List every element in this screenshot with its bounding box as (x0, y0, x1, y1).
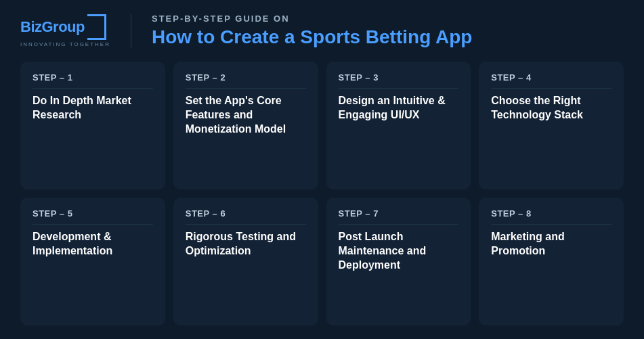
step-title-2: Set the App's Core Features and Monetiza… (186, 94, 306, 136)
main-title: How to Create a Sports Betting App (152, 26, 624, 48)
step-card-7: STEP – 7Post Launch Maintenance and Depl… (326, 198, 471, 325)
steps-grid: STEP – 1Do In Depth Market ResearchSTEP … (20, 62, 624, 325)
step-label-5: STEP – 5 (33, 208, 153, 225)
step-title-6: Rigorous Testing and Optimization (186, 230, 306, 258)
logo-subtitle: INNOVATING TOGETHER (20, 41, 110, 47)
main-container: BizGroup INNOVATING TOGETHER STEP-BY-STE… (0, 0, 644, 339)
step-card-6: STEP – 6Rigorous Testing and Optimizatio… (173, 198, 318, 325)
step-card-8: STEP – 8Marketing and Promotion (479, 198, 624, 325)
logo-text: BizGroup (20, 18, 85, 36)
step-title-1: Do In Depth Market Research (33, 94, 153, 122)
step-card-5: STEP – 5Development & Implementation (20, 198, 165, 325)
step-label-6: STEP – 6 (186, 208, 306, 225)
step-label-4: STEP – 4 (491, 72, 611, 89)
step-title-4: Choose the Right Technology Stack (491, 94, 611, 122)
step-label-2: STEP – 2 (186, 72, 306, 89)
step-guide-label: STEP-BY-STEP GUIDE ON (152, 14, 624, 24)
logo-box: BizGroup (20, 14, 106, 40)
step-card-3: STEP – 3Design an Intuitive & Engaging U… (326, 62, 471, 189)
title-area: STEP-BY-STEP GUIDE ON How to Create a Sp… (152, 14, 624, 48)
logo-bracket-icon (87, 14, 106, 40)
step-label-1: STEP – 1 (33, 72, 153, 89)
step-card-1: STEP – 1Do In Depth Market Research (20, 62, 165, 189)
logo-group: Group (42, 18, 85, 35)
step-label-3: STEP – 3 (339, 72, 459, 89)
step-title-3: Design an Intuitive & Engaging UI/UX (339, 94, 459, 122)
step-title-5: Development & Implementation (33, 230, 153, 258)
header-divider (131, 14, 131, 48)
step-label-7: STEP – 7 (339, 208, 459, 225)
logo-area: BizGroup INNOVATING TOGETHER (20, 14, 110, 47)
step-card-4: STEP – 4Choose the Right Technology Stac… (479, 62, 624, 189)
header: BizGroup INNOVATING TOGETHER STEP-BY-STE… (20, 14, 624, 48)
step-card-2: STEP – 2Set the App's Core Features and … (173, 62, 318, 189)
step-title-8: Marketing and Promotion (491, 230, 611, 258)
step-title-7: Post Launch Maintenance and Deployment (339, 230, 459, 272)
logo-biz: Biz (20, 18, 42, 35)
step-label-8: STEP – 8 (491, 208, 611, 225)
